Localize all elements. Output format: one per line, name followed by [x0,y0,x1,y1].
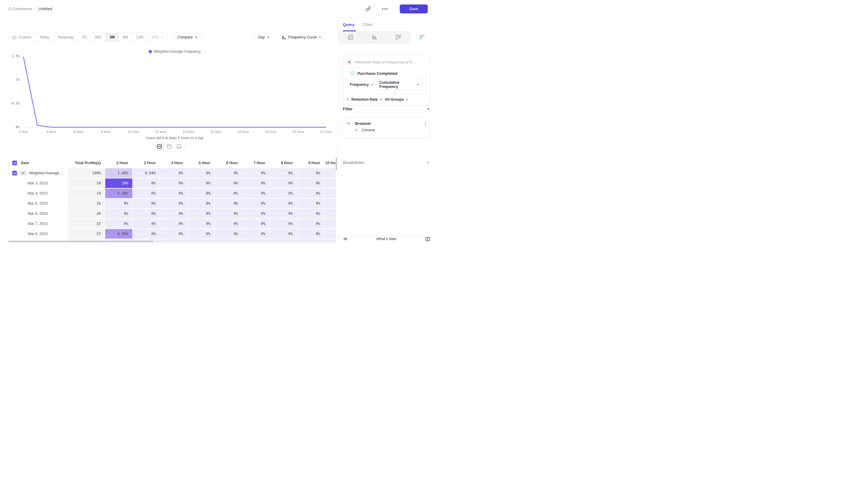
total-profiles-cell: 19 [68,189,105,198]
flows-chart-icon[interactable] [386,31,410,43]
chevron-down-icon [161,36,164,38]
add-filter-icon[interactable]: + [427,106,430,111]
value-cell: 0% [242,189,270,198]
range-7d[interactable]: 7D [78,33,91,41]
x-tick-label: 24 Hour [313,130,338,133]
value-cell: 0% [297,209,324,218]
value-cell: 0% [215,189,242,198]
value-cell: 0% [270,168,297,178]
range-custom[interactable]: Custom [9,33,35,41]
whats-new-link[interactable]: What's New [339,237,434,241]
x-tick-mark [216,127,216,129]
save-button[interactable]: Save [400,4,428,13]
add-breakdown-icon[interactable]: + [427,160,430,165]
total-profiles-cell: 15 [68,219,105,228]
tab-query[interactable]: Query [343,22,354,27]
range-6m[interactable]: 6M [119,33,132,41]
breadcrumb-separator: / [35,6,36,11]
range-30d[interactable]: 30D [91,33,106,41]
table-horizontal-scrollbar[interactable] [8,241,154,242]
x-tick-label: 22 Hour [286,130,311,133]
select-all-checkbox[interactable] [12,161,17,165]
bottom-panel-view-icon[interactable] [174,142,184,151]
chevron-down-icon [319,36,321,38]
string-property-icon: Aa [347,122,352,125]
breadcrumb-report-title[interactable]: Untitled [38,6,52,11]
tab-chart[interactable]: Chart [363,22,373,27]
value-cell [215,239,242,243]
y-tick-label: 1% [0,78,20,82]
value-cell: 0% [215,168,242,178]
x-tick-mark [271,127,271,129]
value-cell: 0% [160,229,187,239]
chart-legend-item[interactable]: Weighted Average Frequency [24,50,326,54]
x-tick-mark [51,127,51,129]
granularity-dropdown[interactable]: Day [254,33,274,42]
date-label: Mar 7, 2023 [12,222,48,226]
table-vertical-scrollbar[interactable] [336,158,337,170]
compare-dropdown[interactable]: Compare [173,33,202,42]
groups-dropdown[interactable]: All Groups [385,97,408,102]
filter-condition-row: Is Chrome [347,128,426,132]
sidebar-footer: What's New [339,235,434,243]
event-card: Purchase Completed Frequency Cumulative … [347,68,426,94]
range-yesterday[interactable]: Yesterday [53,33,78,41]
filter-property-name[interactable]: Browser [355,121,371,126]
gridline [24,80,326,80]
split-view-icon[interactable] [155,142,164,151]
range-12m[interactable]: 12M [132,33,147,41]
value-cell [324,239,336,243]
filter-card: Aa Browser Is Chrome [343,118,430,138]
legend-swatch [149,50,152,53]
x-tick-label: 10 Hour [121,130,146,133]
value-cell [324,229,336,239]
table-row: Mar 4, 2023195.26%0%0%0%0%0%0%0% [8,189,336,198]
more-menu-icon[interactable] [380,4,389,13]
value-cell: 0% [187,229,215,239]
x-tick-mark [326,127,326,129]
value-cell: 0% [215,179,242,188]
row-checkbox[interactable] [12,171,17,175]
range-xtd[interactable]: XTD [148,33,167,41]
measurement-dropdown[interactable]: Retention Rate [351,97,382,102]
y-tick-label: 0% [0,125,20,129]
date-range-control: Custom Today Yesterday 7D 30D 3M 6M 12M … [8,33,168,42]
value-cell: 0% [160,179,187,188]
bar-chart-icon[interactable] [363,31,386,43]
frequency-curve-icon [282,35,286,40]
kebab-menu-icon[interactable] [425,121,426,126]
x-tick-label: 16 Hour [203,130,228,133]
chart-style-dropdown[interactable]: Frequency Curve [278,33,326,42]
filter-value[interactable]: Chrome [362,128,375,132]
columns-panel-icon[interactable] [425,236,430,241]
retention-grid-icon[interactable] [410,31,434,43]
series-title-input[interactable]: Retention Rate of Frequency of P... [355,60,415,64]
event-selector[interactable]: Purchase Completed [350,71,423,76]
hash-icon: # [347,97,349,102]
frequency-dropdown[interactable]: Frequency [350,83,373,87]
value-cell: 0% [297,219,324,228]
expand-row-chevron-icon[interactable] [20,170,26,176]
link-icon[interactable] [364,4,373,13]
chevron-down-icon [195,36,197,38]
insights-chart-icon[interactable] [339,31,363,43]
top-panel-view-icon[interactable] [164,142,175,151]
range-3m-selected[interactable]: 3M [106,33,119,41]
value-cell: 0% [297,229,324,239]
frequency-controls: Frequency Cumulative Frequency [350,79,423,91]
value-cell: 0% [215,229,242,239]
x-tick-label: 18 Hour [231,130,256,133]
legend-label: Weighted Average Frequency [154,50,201,54]
series-line [24,57,326,127]
total-profiles-cell: 22 [68,229,105,239]
filter-operator[interactable]: Is [355,128,358,132]
value-cell: 0% [105,209,132,218]
breadcrumb-project[interactable]: E-Commerce [8,6,32,11]
column-header-label: 2 Hour [105,158,132,168]
range-today[interactable]: Today [35,33,53,41]
collapse-panel-icon[interactable] [342,236,347,241]
value-cell: 0% [270,209,297,218]
cumulative-frequency-dropdown[interactable]: Cumulative Frequency [376,79,423,91]
value-cell: 0% [242,199,270,208]
x-axis-title: Users did A at least X hours in a day [24,136,326,140]
